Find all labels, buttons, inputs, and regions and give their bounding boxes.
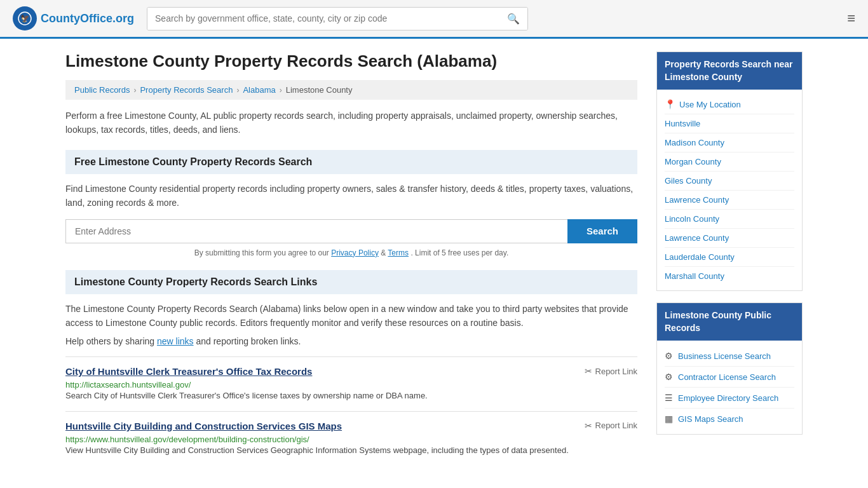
record-desc-2: View Huntsville City Building and Constr… [65, 444, 637, 457]
gis-maps-icon: ▦ [665, 414, 673, 424]
main-content: Limestone County Property Records Search… [65, 51, 637, 465]
privacy-policy-link[interactable]: Privacy Policy [331, 248, 379, 257]
nearby-link-morgan-county[interactable]: Morgan County [665, 152, 794, 172]
nearby-link-madison-county[interactable]: Madison County [665, 133, 794, 152]
nearby-link-huntsville[interactable]: Huntsville [665, 114, 794, 133]
nearby-link-lincoln-county[interactable]: Lincoln County [665, 210, 794, 229]
global-search-bar: 🔍 [147, 7, 528, 30]
breadcrumb-sep-2: › [236, 86, 239, 95]
record-title-1[interactable]: City of Huntsville Clerk Treasurer's Off… [65, 366, 312, 377]
report-icon-1: ✂ [585, 366, 592, 376]
site-header: 🦅 CountyOffice.org 🔍 ≡ [0, 0, 868, 39]
logo-text: CountyOffice.org [41, 12, 134, 25]
breadcrumb: Public Records › Property Records Search… [65, 80, 637, 100]
free-search-desc: Find Limestone County residential proper… [65, 182, 637, 210]
public-records-header: Limestone County Public Records [657, 303, 802, 341]
links-section-desc: The Limestone County Property Records Se… [65, 302, 637, 330]
record-header-2: Huntsville City Building and Constructio… [65, 421, 637, 431]
public-records-box: Limestone County Public Records ⚙ Busine… [656, 302, 803, 435]
new-links-link[interactable]: new links [157, 336, 194, 346]
contractor-license-icon: ⚙ [665, 372, 673, 382]
breadcrumb-current: Limestone County [286, 85, 353, 95]
pub-link-contractor-license[interactable]: ⚙ Contractor License Search [665, 367, 794, 388]
svg-text:🦅: 🦅 [20, 13, 30, 23]
record-header-1: City of Huntsville Clerk Treasurer's Off… [65, 366, 637, 377]
nearby-box-header: Property Records Search near Limestone C… [657, 52, 802, 90]
nearby-box-content: 📍 Use My Location Huntsville Madison Cou… [657, 90, 802, 290]
menu-icon[interactable]: ≡ [847, 10, 855, 27]
breadcrumb-property-records[interactable]: Property Records Search [140, 85, 233, 95]
pub-link-employee-directory[interactable]: ☰ Employee Directory Search [665, 388, 794, 409]
nearby-link-giles-county[interactable]: Giles County [665, 172, 794, 191]
nearby-link-lauderdale-county[interactable]: Lauderdale County [665, 248, 794, 267]
free-search-header: Free Limestone County Property Records S… [65, 150, 637, 174]
terms-link[interactable]: Terms [388, 248, 409, 257]
breadcrumb-public-records[interactable]: Public Records [74, 85, 130, 95]
address-search-form: Search [65, 219, 637, 243]
public-records-content: ⚙ Business License Search ⚙ Contractor L… [657, 341, 802, 434]
page-title: Limestone County Property Records Search… [65, 51, 637, 71]
record-url-1[interactable]: http://lictaxsearch.huntsvilleal.gov/ [65, 380, 191, 390]
search-icon: 🔍 [507, 13, 520, 24]
breadcrumb-sep-1: › [133, 86, 136, 95]
location-pin-icon: 📍 [665, 99, 675, 109]
site-logo[interactable]: 🦅 CountyOffice.org [13, 6, 134, 30]
report-link-1[interactable]: ✂ Report Link [585, 366, 637, 376]
links-section: Limestone County Property Records Search… [65, 270, 637, 466]
record-item-1: City of Huntsville Clerk Treasurer's Off… [65, 356, 637, 411]
employee-directory-icon: ☰ [665, 393, 673, 403]
breadcrumb-alabama[interactable]: Alabama [243, 85, 275, 95]
record-item-2: Huntsville City Building and Constructio… [65, 411, 637, 466]
address-search-button[interactable]: Search [567, 219, 637, 243]
report-link-2[interactable]: ✂ Report Link [585, 421, 637, 431]
report-icon-2: ✂ [585, 421, 592, 431]
nearby-link-lawrence-county-1[interactable]: Lawrence County [665, 191, 794, 210]
business-license-icon: ⚙ [665, 351, 673, 361]
nearby-box: Property Records Search near Limestone C… [656, 51, 803, 291]
links-section-header: Limestone County Property Records Search… [65, 270, 637, 294]
nearby-link-marshall-county[interactable]: Marshall County [665, 267, 794, 285]
nearby-link-lawrence-county-2[interactable]: Lawrence County [665, 229, 794, 248]
logo-icon: 🦅 [13, 6, 37, 30]
global-search-button[interactable]: 🔍 [499, 8, 527, 30]
breadcrumb-sep-3: › [280, 86, 282, 95]
use-location-link[interactable]: 📍 Use My Location [665, 95, 794, 114]
page-content: Limestone County Property Records Search… [53, 39, 815, 478]
global-search-input[interactable] [147, 8, 499, 30]
pub-link-business-license[interactable]: ⚙ Business License Search [665, 346, 794, 367]
pub-link-gis-maps[interactable]: ▦ GIS Maps Search [665, 409, 794, 429]
record-title-2[interactable]: Huntsville City Building and Constructio… [65, 421, 342, 431]
sidebar: Property Records Search near Limestone C… [656, 51, 803, 465]
record-desc-1: Search City of Huntsville Clerk Treasure… [65, 390, 637, 402]
address-search-input[interactable] [65, 219, 567, 243]
record-url-2[interactable]: https://www.huntsvilleal.gov/development… [65, 435, 309, 444]
form-disclaimer: By submitting this form you agree to our… [65, 248, 637, 257]
intro-text: Perform a free Limestone County, AL publ… [65, 109, 637, 137]
share-text: Help others by sharing new links and rep… [65, 336, 637, 346]
